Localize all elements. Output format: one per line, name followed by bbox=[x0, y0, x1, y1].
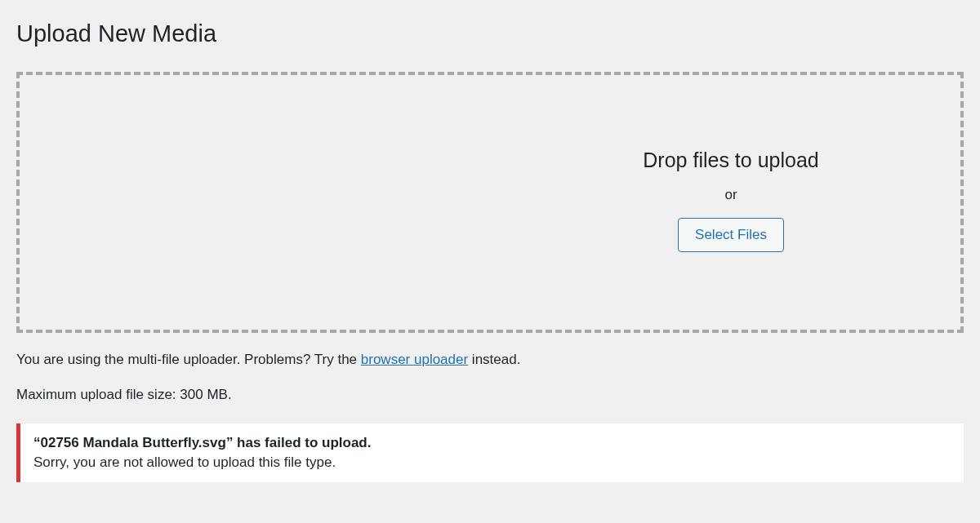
upload-error-notice: “02756 Mandala Butterfly.svg” has failed… bbox=[16, 423, 964, 482]
drop-zone-content: Drop files to upload or Select Files bbox=[643, 148, 818, 252]
error-filename-text: “02756 Mandala Butterfly.svg” has failed… bbox=[33, 435, 951, 451]
upload-drop-zone[interactable]: Drop files to upload or Select Files bbox=[16, 72, 964, 333]
info-prefix: You are using the multi-file uploader. P… bbox=[16, 352, 361, 367]
uploader-info-text: You are using the multi-file uploader. P… bbox=[16, 349, 964, 370]
info-suffix: instead. bbox=[468, 352, 520, 367]
max-upload-size-text: Maximum upload file size: 300 MB. bbox=[16, 387, 964, 403]
browser-uploader-link[interactable]: browser uploader bbox=[361, 352, 468, 367]
error-message-text: Sorry, you are not allowed to upload thi… bbox=[33, 454, 951, 471]
or-separator-text: or bbox=[643, 187, 818, 203]
page-title: Upload New Media bbox=[16, 16, 964, 47]
drop-instruction-text: Drop files to upload bbox=[643, 148, 818, 172]
select-files-button[interactable]: Select Files bbox=[678, 218, 784, 252]
